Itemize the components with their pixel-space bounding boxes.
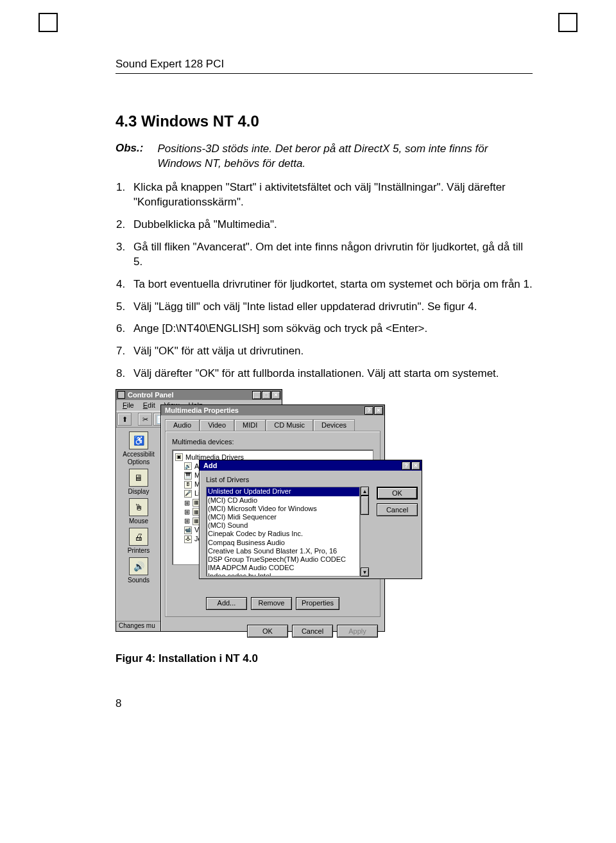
step-item: Gå till fliken "Avancerat". Om det inte …	[128, 240, 533, 270]
device-icon: 📹	[184, 526, 192, 534]
device-icon: 🎤	[184, 490, 192, 498]
cp-label: Sounds	[119, 577, 158, 584]
page-number: 8	[116, 697, 533, 710]
window-icon	[117, 391, 125, 399]
tab-video[interactable]: Video	[200, 419, 234, 431]
list-label: List of Drivers	[200, 471, 422, 487]
window-title: Multimedia Properties	[165, 406, 239, 415]
obs-label: Obs.:	[116, 142, 143, 171]
help-button[interactable]: ?	[364, 406, 373, 415]
obs-text: Positions-3D stöds inte. Det beror på at…	[157, 142, 533, 171]
menu-edit[interactable]: Edit	[139, 401, 159, 410]
cp-item-accessibility[interactable]: ♿ AccessibilitOptions	[119, 431, 158, 466]
scroll-down-icon[interactable]: ▼	[361, 568, 369, 577]
apply-button[interactable]: Apply	[337, 625, 378, 638]
tab-audio[interactable]: Audio	[165, 419, 200, 431]
driver-listbox[interactable]: Unlisted or Updated Driver (MCI) CD Audi…	[206, 487, 360, 577]
list-item[interactable]: Cinepak Codec by Radius Inc.	[207, 530, 359, 538]
mouse-icon: 🖱	[129, 498, 148, 516]
step-item: Ange [D:\NT40\ENGLISH] som sökväg och tr…	[128, 322, 533, 336]
list-item[interactable]: (MCI) Microsoft Video for Windows	[207, 505, 359, 513]
cp-label: Display	[119, 488, 158, 496]
tree-label: Multimedia devices:	[172, 438, 373, 446]
device-icon: 🎚	[184, 481, 192, 489]
figure-caption: Figur 4: Installation i NT 4.0	[116, 652, 533, 665]
display-icon: 🖥	[129, 469, 148, 487]
tabs: Audio Video MIDI CD Music Devices	[161, 415, 384, 431]
printer-icon: 🖨	[129, 528, 148, 546]
help-button[interactable]: ?	[402, 462, 411, 470]
maximize-button[interactable]: □	[262, 391, 271, 399]
folder-icon: ▣	[175, 453, 183, 461]
close-button[interactable]: ×	[411, 462, 420, 470]
sounds-icon: 🔊	[129, 557, 148, 575]
device-icon: 🕹	[184, 535, 192, 543]
cp-item-printers[interactable]: 🖨 Printers	[119, 528, 158, 555]
device-icon: 🎹	[184, 472, 192, 480]
step-item: Dubbelklicka på "Multimedia".	[128, 218, 533, 232]
cp-label: AccessibilitOptions	[119, 451, 158, 466]
list-item[interactable]: Indeo codec by Intel	[207, 572, 359, 577]
crop-mark-top-right	[558, 13, 578, 32]
window-title: Add	[203, 462, 217, 470]
ok-button[interactable]: OK	[377, 487, 418, 500]
scroll-up-icon[interactable]: ▲	[361, 487, 369, 496]
minimize-button[interactable]: _	[252, 391, 261, 399]
close-button[interactable]: ×	[374, 406, 383, 415]
cp-label: Mouse	[119, 517, 158, 525]
remove-button[interactable]: Remove	[251, 597, 292, 610]
tab-devices[interactable]: Devices	[313, 419, 355, 431]
observation-note: Obs.: Positions-3D stöds inte. Det beror…	[116, 142, 533, 171]
add-button[interactable]: Add...	[206, 597, 247, 610]
cp-item-mouse[interactable]: 🖱 Mouse	[119, 498, 158, 525]
list-item[interactable]: Creative Labs Sound Blaster 1.X, Pro, 16	[207, 547, 359, 555]
scroll-thumb[interactable]	[361, 496, 369, 515]
close-button[interactable]: ×	[271, 391, 280, 399]
crop-mark-top-left	[38, 13, 58, 32]
properties-button[interactable]: Properties	[296, 597, 339, 610]
step-item: Välj "OK" för att välja ut drivrutinen.	[128, 344, 533, 359]
cp-item-display[interactable]: 🖥 Display	[119, 469, 158, 496]
step-item: Välj därefter "OK" för att fullborda ins…	[128, 367, 533, 381]
step-item: Klicka på knappen "Start" i aktivitetsfä…	[128, 180, 533, 210]
cp-item-sounds[interactable]: 🔊 Sounds	[119, 557, 158, 584]
toolbar-cut-icon[interactable]: ✂	[138, 413, 152, 426]
control-panel-titlebar: Control Panel _ □ ×	[116, 390, 282, 400]
step-item: Välj "Lägg till" och välj "Inte listad e…	[128, 300, 533, 315]
scrollbar[interactable]: ▲ ▼	[360, 487, 369, 577]
window-title: Control Panel	[128, 391, 174, 399]
running-header: Sound Expert 128 PCI	[116, 58, 533, 74]
list-item[interactable]: IMA ADPCM Audio CODEC	[207, 564, 359, 572]
list-item[interactable]: Compaq Business Audio	[207, 539, 359, 547]
list-item[interactable]: DSP Group TrueSpeech(TM) Audio CODEC	[207, 555, 359, 564]
menu-file[interactable]: File	[119, 401, 138, 410]
tab-cd-music[interactable]: CD Music	[266, 419, 313, 431]
add-dialog: Add ? × List of Drivers Unlisted or Upda…	[199, 460, 422, 579]
ok-button[interactable]: OK	[247, 625, 288, 638]
step-item: Ta bort eventuella drivrutiner för ljudk…	[128, 277, 533, 292]
cancel-button[interactable]: Cancel	[292, 625, 333, 638]
mm-titlebar: Multimedia Properties ? ×	[161, 405, 384, 415]
cancel-button[interactable]: Cancel	[377, 503, 418, 516]
list-item[interactable]: (MCI) Sound	[207, 521, 359, 530]
list-item[interactable]: (MCI) Midi Sequencer	[207, 513, 359, 521]
list-item-selected[interactable]: Unlisted or Updated Driver	[207, 487, 359, 496]
dialog-footer: OK Cancel Apply	[161, 621, 384, 643]
section-heading: 4.3 Windows NT 4.0	[116, 112, 533, 130]
add-titlebar: Add ? ×	[200, 460, 422, 471]
toolbar-up-icon[interactable]: ⬆	[117, 413, 132, 426]
tab-midi[interactable]: MIDI	[234, 419, 266, 431]
accessibility-icon: ♿	[129, 431, 148, 449]
steps-list: Klicka på knappen "Start" i aktivitetsfä…	[116, 180, 533, 381]
device-icon: 🔊	[184, 462, 192, 470]
cp-label: Printers	[119, 547, 158, 555]
figure-4-screenshot: Control Panel _ □ × File Edit View Help …	[116, 389, 533, 633]
list-item[interactable]: (MCI) CD Audio	[207, 496, 359, 505]
